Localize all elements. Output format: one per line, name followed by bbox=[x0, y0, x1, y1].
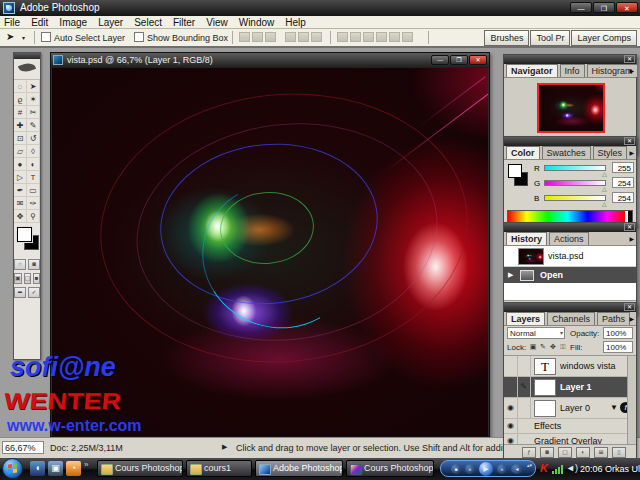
brush-tool[interactable]: ✎ bbox=[27, 119, 40, 132]
palette-titlebar[interactable]: ✕ bbox=[504, 223, 636, 232]
dodge-tool[interactable]: ◐ bbox=[27, 158, 40, 171]
media-stop-button[interactable]: ■ bbox=[451, 464, 461, 474]
lasso-tool[interactable]: ϱ bbox=[14, 93, 27, 106]
menu-help[interactable]: Help bbox=[285, 17, 306, 28]
new-group-icon[interactable]: ▢ bbox=[558, 447, 572, 458]
palette-close-icon[interactable]: ✕ bbox=[624, 137, 635, 145]
pen-tool[interactable]: ✒ bbox=[14, 184, 27, 197]
menu-filter[interactable]: Filter bbox=[173, 17, 195, 28]
elliptical-marquee-tool[interactable]: ◌ bbox=[14, 80, 27, 93]
quick-mask-mode-button[interactable]: ◙ bbox=[28, 259, 40, 270]
tab-navigator[interactable]: Navigator bbox=[506, 64, 558, 77]
slice-tool[interactable]: ✂ bbox=[27, 106, 40, 119]
standard-mode-button[interactable]: ○ bbox=[14, 259, 26, 270]
tab-color[interactable]: Color bbox=[506, 146, 540, 159]
link-column[interactable] bbox=[517, 398, 531, 418]
well-tab-layer-comps[interactable]: Layer Comps bbox=[571, 30, 637, 46]
clone-stamp-tool[interactable]: ⊡ bbox=[14, 132, 27, 145]
green-slider-knob-icon[interactable]: △ bbox=[602, 185, 607, 192]
fullscreen-menubar-mode-button[interactable]: ▢ bbox=[24, 273, 32, 284]
volume-tray-icon[interactable]: ◄) bbox=[566, 463, 578, 473]
menu-edit[interactable]: Edit bbox=[31, 17, 48, 28]
minimize-button[interactable]: — bbox=[570, 2, 592, 13]
visibility-toggle[interactable] bbox=[504, 356, 518, 376]
path-selection-tool[interactable]: ▷ bbox=[14, 171, 27, 184]
start-button[interactable] bbox=[2, 458, 23, 479]
blue-slider[interactable] bbox=[544, 195, 606, 201]
imageready-check-icon[interactable]: ✓ bbox=[28, 287, 40, 298]
green-value-field[interactable]: 254 bbox=[612, 177, 634, 188]
menu-image[interactable]: Image bbox=[59, 17, 87, 28]
lock-transparency-icon[interactable]: ▣ bbox=[528, 342, 538, 352]
quicklaunch-desktop-icon[interactable]: ▣ bbox=[48, 461, 63, 476]
standard-screen-mode-button[interactable]: ▣ bbox=[14, 273, 22, 284]
add-layer-mask-icon[interactable]: ◙ bbox=[540, 447, 554, 458]
quicklaunch-messenger-icon[interactable]: ◖ bbox=[30, 461, 45, 476]
palette-menu-icon[interactable]: ▶ bbox=[629, 67, 634, 74]
visibility-toggle[interactable] bbox=[504, 377, 518, 397]
quicklaunch-clock-icon[interactable]: ◔ bbox=[66, 461, 81, 476]
tab-info[interactable]: Info bbox=[560, 64, 585, 77]
blue-slider-knob-icon[interactable]: △ bbox=[602, 200, 607, 207]
eyedropper-tool[interactable]: ✑ bbox=[27, 197, 40, 210]
blur-tool[interactable]: ● bbox=[14, 158, 27, 171]
doc-close-button[interactable]: ✕ bbox=[469, 55, 487, 65]
checkbox-icon[interactable] bbox=[41, 32, 51, 42]
effects-row[interactable]: ◉ Effects bbox=[504, 419, 636, 434]
move-tool-icon[interactable]: ➤ bbox=[6, 31, 14, 42]
tab-swatches[interactable]: Swatches bbox=[542, 146, 591, 159]
red-slider-knob-icon[interactable]: △ bbox=[602, 170, 607, 177]
blue-value-field[interactable]: 254 bbox=[612, 192, 634, 203]
delete-layer-icon[interactable]: ▯ bbox=[612, 447, 626, 458]
red-slider[interactable] bbox=[544, 165, 606, 171]
layer-row-text[interactable]: T windows vista bbox=[504, 356, 636, 377]
antivirus-tray-icon[interactable]: K bbox=[540, 462, 548, 474]
task-button-cours-photoshop-2[interactable]: Cours Photoshop bbox=[346, 460, 434, 477]
shape-tool[interactable]: ▭ bbox=[27, 184, 40, 197]
magic-wand-tool[interactable]: ✶ bbox=[27, 93, 40, 106]
show-bounding-box-checkbox[interactable]: Show Bounding Box bbox=[134, 32, 228, 43]
foreground-color-swatch[interactable] bbox=[17, 227, 32, 242]
opacity-field[interactable]: 100% bbox=[603, 327, 633, 339]
tab-history[interactable]: History bbox=[506, 232, 547, 245]
new-adjustment-layer-icon[interactable]: ◐ bbox=[576, 447, 590, 458]
task-button-cours-photoshop[interactable]: Cours Photoshop bbox=[97, 460, 183, 477]
history-brush-tool[interactable]: ↺ bbox=[27, 132, 40, 145]
quicklaunch-more-icon[interactable]: » bbox=[84, 460, 88, 469]
palette-close-icon[interactable]: ✕ bbox=[624, 223, 635, 231]
palette-menu-icon[interactable]: ▶ bbox=[629, 149, 634, 156]
history-snapshot-row[interactable]: vista.psd bbox=[504, 246, 636, 267]
type-tool[interactable]: T bbox=[27, 171, 40, 184]
lock-all-icon[interactable]: ⚿ bbox=[558, 342, 568, 352]
well-tab-tool-presets[interactable]: Tool Pr bbox=[530, 30, 570, 46]
healing-brush-tool[interactable]: ✚ bbox=[14, 119, 27, 132]
lock-pixels-icon[interactable]: ✎ bbox=[538, 342, 548, 352]
task-button-cours1[interactable]: cours1 bbox=[186, 460, 252, 477]
fullscreen-mode-button[interactable]: ■ bbox=[33, 273, 40, 284]
lock-position-icon[interactable]: ✥ bbox=[548, 342, 558, 352]
zoom-level-field[interactable]: 66,67% bbox=[2, 441, 44, 454]
palette-titlebar[interactable]: ✕ bbox=[504, 137, 636, 146]
visibility-toggle[interactable]: ◉ bbox=[504, 419, 518, 433]
new-layer-icon[interactable]: ⊞ bbox=[594, 447, 608, 458]
layer-row-background[interactable]: ◉ Layer 0 ▼ f bbox=[504, 398, 636, 419]
menu-select[interactable]: Select bbox=[134, 17, 162, 28]
canvas-artwork[interactable] bbox=[52, 68, 488, 436]
status-menu-arrow-icon[interactable]: ▶ bbox=[222, 443, 227, 451]
close-button[interactable]: ✕ bbox=[616, 2, 638, 13]
palette-close-icon[interactable]: ✕ bbox=[624, 55, 635, 63]
tab-channels[interactable]: Channels bbox=[547, 312, 595, 325]
media-updown-icon[interactable]: ▴▾ bbox=[527, 462, 532, 469]
crop-tool[interactable]: # bbox=[14, 106, 27, 119]
zoom-tool[interactable]: ⚲ bbox=[27, 210, 40, 223]
doc-maximize-button[interactable]: ❐ bbox=[450, 55, 468, 65]
history-state-slider-icon[interactable]: ▶ bbox=[508, 271, 513, 279]
link-column[interactable] bbox=[517, 356, 531, 376]
tool-preset-dropdown-icon[interactable]: ▾ bbox=[22, 34, 25, 41]
checkbox-icon[interactable] bbox=[134, 32, 144, 42]
gradient-overlay-row[interactable]: ◉ Gradient Overlay bbox=[504, 434, 636, 444]
eraser-tool[interactable]: ▱ bbox=[14, 145, 27, 158]
visibility-toggle[interactable]: ◉ bbox=[504, 434, 518, 444]
edit-in-imageready-button[interactable]: ➦ bbox=[14, 287, 26, 298]
foreground-color-swatch[interactable] bbox=[508, 164, 522, 178]
